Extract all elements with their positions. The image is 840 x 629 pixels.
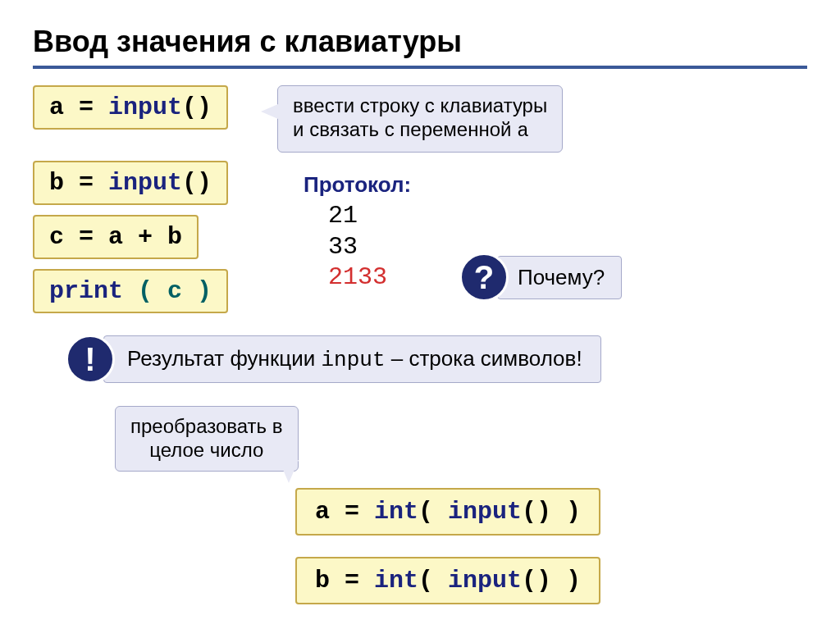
parens: () <box>182 169 212 197</box>
why-callout: ? Почему? <box>459 253 622 302</box>
kw-input: input <box>448 498 522 526</box>
protocol-v3: 2133 <box>328 262 411 294</box>
var-b: b <box>49 169 64 197</box>
callout-tail-down-icon <box>279 460 299 483</box>
var-b: b <box>315 567 330 595</box>
result-note: Результат функции input – строка символо… <box>103 335 601 383</box>
convert-callout: преобразовать в целое число <box>115 406 299 472</box>
code-box-b-int: b = int( input() ) <box>295 557 600 604</box>
var-c: c <box>49 223 64 251</box>
print-args: ( c ) <box>138 277 212 305</box>
code-box-b-input: b = input() <box>33 161 228 205</box>
callout-tail-icon <box>261 102 284 121</box>
space <box>94 93 108 121</box>
eq: = <box>79 223 94 251</box>
exclamation-icon: ! <box>66 335 115 384</box>
note-input: input <box>321 348 385 372</box>
why-label: Почему? <box>497 256 622 299</box>
code-box-print: print ( c ) <box>33 269 228 313</box>
var-a: a <box>49 93 64 121</box>
convert-box: преобразовать в целое число <box>115 406 299 472</box>
protocol-area: Протокол: 21 33 2133 <box>304 172 411 294</box>
mid: ( <box>418 567 448 595</box>
kw-print: print <box>49 277 123 305</box>
var-a: a <box>315 498 330 526</box>
eq: = <box>345 567 359 595</box>
tail: () ) <box>522 567 581 595</box>
note-a: Результат функции <box>127 346 321 371</box>
tail: () ) <box>522 498 581 526</box>
eq: = <box>79 169 94 197</box>
left-column: a = input() <box>33 85 228 139</box>
code-box-a-input: a = input() <box>33 85 228 130</box>
mid: ( <box>418 498 448 526</box>
protocol-v2: 33 <box>328 232 411 263</box>
eq: = <box>79 93 94 121</box>
bottom-code-boxes: a = int( input() ) b = int( input() ) <box>295 488 600 614</box>
kw-int: int <box>374 498 418 526</box>
protocol-v1: 21 <box>328 201 411 232</box>
callout-input-desc: ввести строку с клавиатуры и связать с п… <box>277 85 563 153</box>
title-underline <box>33 66 807 69</box>
callout-line1: ввести строку с клавиатуры <box>293 94 547 116</box>
protocol-values: 21 33 2133 <box>304 201 411 294</box>
exclamation-callout: ! Результат функции input – строка симво… <box>66 335 601 384</box>
parens: () <box>182 93 212 121</box>
note-b: – строка символов! <box>385 346 582 371</box>
kw-input: input <box>108 93 182 121</box>
code-box-a-int: a = int( input() ) <box>295 488 600 536</box>
kw-input: input <box>448 567 522 595</box>
expr: a + b <box>108 223 182 251</box>
kw-int: int <box>374 567 418 595</box>
code-box-c-sum: c = a + b <box>33 215 199 259</box>
protocol-label: Протокол: <box>304 172 411 198</box>
question-icon: ? <box>459 253 509 302</box>
row-1: a = input() ввести строку с клавиатуры и… <box>33 85 807 153</box>
callout-line2a: и связать с переменной <box>293 118 517 140</box>
convert-l1: преобразовать в <box>130 415 283 437</box>
space <box>64 93 79 121</box>
convert-l2: целое число <box>149 439 263 461</box>
kw-input: input <box>108 169 182 197</box>
callout-var-a: a <box>517 120 528 142</box>
eq: = <box>345 498 359 526</box>
page-title: Ввод значения с клавиатуры <box>33 25 807 59</box>
